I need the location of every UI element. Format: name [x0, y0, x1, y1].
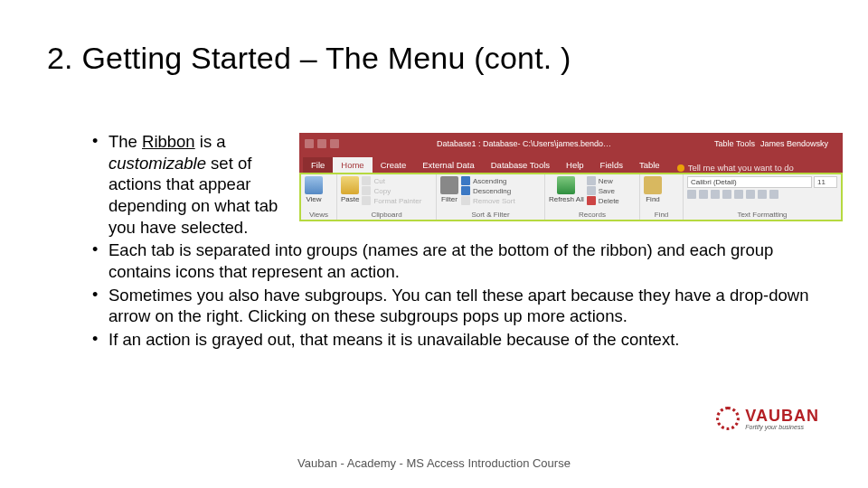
- copy-label: Copy: [373, 187, 391, 195]
- delete-icon: [587, 196, 596, 205]
- b1-pre: The: [108, 132, 142, 151]
- italic-icon[interactable]: [699, 190, 708, 199]
- view-label: View: [306, 195, 321, 203]
- new-icon: [587, 176, 596, 185]
- group-find-label: Find: [644, 211, 679, 220]
- group-text-formatting: Calibri (Detail) 11 Text Formatting: [684, 174, 841, 220]
- tab-create[interactable]: Create: [373, 157, 415, 173]
- remove-sort-button[interactable]: Remove Sort: [461, 196, 515, 205]
- cut-label: Cut: [373, 177, 384, 185]
- save-icon[interactable]: [305, 139, 314, 148]
- tab-table[interactable]: Table: [631, 157, 668, 173]
- align-center-icon[interactable]: [746, 190, 755, 199]
- ascending-icon: [461, 176, 470, 185]
- filter-icon: [440, 176, 458, 194]
- lightbulb-icon: [677, 164, 684, 172]
- group-records-label: Records: [549, 211, 636, 220]
- cut-icon: [362, 176, 371, 185]
- undo-icon[interactable]: [317, 139, 326, 148]
- group-find: Find Find: [640, 174, 684, 220]
- group-clipboard-label: Clipboard: [341, 211, 432, 220]
- view-button[interactable]: View: [305, 176, 323, 203]
- group-views-label: Views: [305, 211, 333, 220]
- view-icon: [305, 176, 323, 194]
- tab-database-tools[interactable]: Database Tools: [483, 157, 558, 173]
- bullet-4: If an action is grayed out, that means i…: [87, 329, 814, 351]
- save-label: Save: [599, 187, 615, 195]
- quick-access-toolbar: [305, 139, 339, 148]
- rem-label: Remove Sort: [473, 197, 515, 205]
- logo-tagline: Fortify your business: [745, 424, 819, 430]
- b1-custom: customizable: [108, 154, 206, 173]
- filter-label: Filter: [441, 195, 458, 203]
- font-size-selector[interactable]: 11: [814, 176, 837, 188]
- group-clipboard: Paste Cut Copy Format Painter Clipboard: [337, 174, 437, 220]
- save-record-button[interactable]: Save: [587, 186, 619, 195]
- group-records: Refresh All New Save Delete Records: [545, 174, 640, 220]
- refresh-label: Refresh All: [549, 195, 584, 203]
- tell-me-label: Tell me what you want to do: [688, 163, 794, 173]
- refresh-button[interactable]: Refresh All: [549, 176, 584, 203]
- font-color-icon[interactable]: [722, 190, 731, 199]
- copy-button[interactable]: Copy: [362, 186, 421, 195]
- user-name[interactable]: James Bendowsky: [760, 139, 837, 148]
- paste-icon: [341, 176, 359, 194]
- ascending-button[interactable]: Ascending: [461, 176, 515, 185]
- refresh-icon: [557, 176, 575, 194]
- bold-icon[interactable]: [687, 190, 696, 199]
- delete-button[interactable]: Delete: [587, 196, 619, 205]
- logo-name: VAUBAN: [745, 408, 819, 424]
- gear-icon: [716, 407, 740, 430]
- cut-button[interactable]: Cut: [362, 176, 421, 185]
- painter-icon: [362, 196, 371, 205]
- ribbon-screenshot: Database1 : Database- C:\Users\james.ben…: [299, 133, 843, 221]
- descending-icon: [461, 186, 470, 195]
- descending-button[interactable]: Descending: [461, 186, 515, 195]
- group-sort-filter: Filter Ascending Descending Remove Sort …: [437, 174, 545, 220]
- b1-mid: is a: [195, 132, 226, 151]
- underline-icon[interactable]: [711, 190, 720, 199]
- group-textfmt-label: Text Formatting: [687, 211, 837, 220]
- tell-me-search[interactable]: Tell me what you want to do: [677, 163, 794, 173]
- paste-button[interactable]: Paste: [341, 176, 359, 203]
- remove-sort-icon: [461, 196, 470, 205]
- bullet-3: Sometimes you also have subgroups. You c…: [87, 285, 814, 327]
- desc-label: Descending: [473, 187, 511, 195]
- tab-external-data[interactable]: External Data: [414, 157, 483, 173]
- font-selector[interactable]: Calibri (Detail): [687, 176, 812, 188]
- align-left-icon[interactable]: [734, 190, 743, 199]
- find-label: Find: [646, 195, 660, 203]
- save-record-icon: [587, 186, 596, 195]
- find-button[interactable]: Find: [644, 176, 662, 203]
- titlebar: Database1 : Database- C:\Users\james.ben…: [299, 133, 843, 155]
- bullet-2: Each tab is separated into groups (names…: [87, 239, 814, 282]
- copy-icon: [362, 186, 371, 195]
- ribbon-body: View Views Paste Cut Copy Format Painter…: [299, 173, 843, 221]
- contextual-tab-label: Table Tools: [714, 139, 755, 148]
- tab-home[interactable]: Home: [333, 157, 372, 173]
- tab-file[interactable]: File: [303, 157, 333, 173]
- paste-label: Paste: [341, 195, 359, 203]
- new-button[interactable]: New: [587, 176, 619, 185]
- ribbon-tabs: File Home Create External Data Database …: [299, 155, 843, 173]
- del-label: Delete: [599, 197, 619, 205]
- fill-color-icon[interactable]: [769, 190, 778, 199]
- footer-text: Vauban - Academy - MS Access Introductio…: [0, 456, 868, 470]
- redo-icon[interactable]: [330, 139, 339, 148]
- tab-help[interactable]: Help: [558, 157, 592, 173]
- asc-label: Ascending: [473, 177, 506, 185]
- find-icon: [644, 176, 662, 194]
- page-title: 2. Getting Started – The Menu (cont. ): [0, 0, 868, 76]
- b1-ribbon: Ribbon: [142, 132, 195, 151]
- group-sortfilter-label: Sort & Filter: [440, 211, 541, 220]
- painter-label: Format Painter: [373, 197, 421, 205]
- align-right-icon[interactable]: [758, 190, 767, 199]
- filter-button[interactable]: Filter: [440, 176, 458, 203]
- new-label: New: [599, 177, 613, 185]
- tab-fields[interactable]: Fields: [592, 157, 631, 173]
- format-painter-button[interactable]: Format Painter: [362, 196, 421, 205]
- vauban-logo: VAUBAN Fortify your business: [716, 407, 819, 430]
- window-title: Database1 : Database- C:\Users\james.ben…: [339, 139, 709, 148]
- group-views: View Views: [301, 174, 337, 220]
